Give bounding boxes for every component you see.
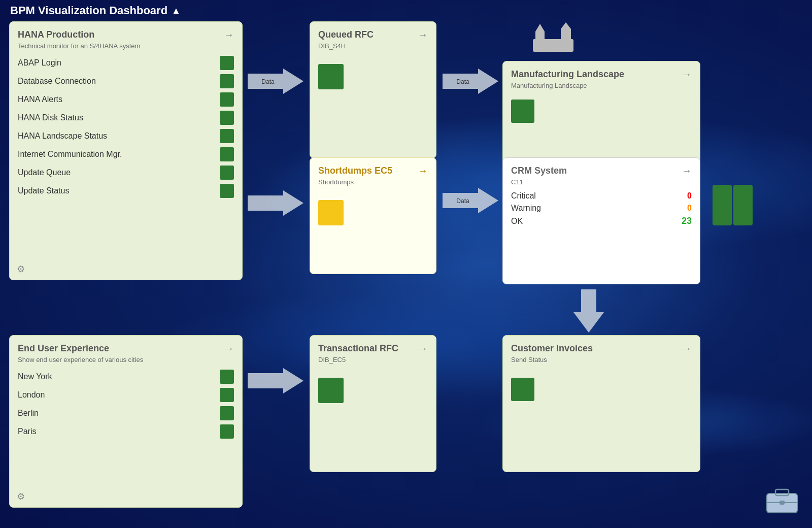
hana-item-icm: Internet Communication Mgr. bbox=[18, 145, 234, 163]
hana-item-alerts: HANA Alerts bbox=[18, 90, 234, 109]
crm-nav-arrow[interactable]: → bbox=[682, 165, 692, 177]
hana-item-update-status: Update Status bbox=[18, 182, 234, 200]
crm-ok-value: 23 bbox=[676, 216, 692, 226]
shortdumps-status bbox=[318, 200, 344, 225]
shortdumps-nav-arrow[interactable]: → bbox=[418, 165, 428, 177]
crm-box-2 bbox=[733, 185, 753, 225]
hana-nav-arrow[interactable]: → bbox=[224, 29, 234, 41]
shortdumps-subtitle: Shortdumps bbox=[318, 178, 428, 186]
end-user-item-paris: Paris bbox=[18, 422, 234, 441]
crm-title: CRM System bbox=[511, 166, 567, 176]
crm-ok-row: OK 23 bbox=[511, 214, 692, 228]
hana-landscape-status bbox=[220, 129, 234, 143]
hana-item-abap-login: ABAP Login bbox=[18, 54, 234, 72]
svg-text:Data: Data bbox=[456, 197, 469, 205]
end-user-gear-icon[interactable]: ⚙ bbox=[17, 491, 25, 502]
transactional-rfc-nav-arrow[interactable]: → bbox=[418, 343, 428, 354]
queued-rfc-title: Queued RFC bbox=[318, 29, 374, 40]
end-user-card: End User Experience → Show end user expe… bbox=[9, 335, 243, 508]
arrow-shortdumps-to-crm: Data bbox=[437, 185, 503, 216]
svg-rect-6 bbox=[535, 31, 545, 42]
crm-warning-value: 0 bbox=[676, 204, 692, 213]
end-user-title: End User Experience bbox=[18, 343, 109, 354]
hana-disk-status bbox=[220, 111, 234, 125]
svg-text:Data: Data bbox=[456, 78, 469, 85]
newyork-status bbox=[220, 370, 234, 384]
shortdumps-card: Shortdumps EC5 → Shortdumps bbox=[310, 157, 436, 274]
svg-text:Data: Data bbox=[261, 78, 275, 85]
london-status bbox=[220, 388, 234, 402]
crm-warning-row: Warning 0 bbox=[511, 202, 692, 214]
arrow-enduser-to-transactional bbox=[243, 366, 309, 396]
crm-subtitle: C11 bbox=[511, 178, 692, 186]
update-queue-status bbox=[220, 166, 234, 180]
header-collapse-arrow[interactable]: ▲ bbox=[172, 6, 181, 16]
svg-marker-7 bbox=[535, 24, 545, 31]
svg-marker-9 bbox=[561, 22, 571, 29]
hana-production-card: HANA Production → Technical monitor for … bbox=[9, 21, 243, 280]
transactional-rfc-status bbox=[318, 378, 344, 403]
manufacturing-nav-arrow[interactable]: → bbox=[682, 69, 692, 80]
hana-item-disk-status: HANA Disk Status bbox=[18, 109, 234, 127]
arrow-hana-to-queuedrfc: Data bbox=[243, 66, 309, 96]
briefcase-icon bbox=[764, 483, 800, 516]
manufacturing-status bbox=[511, 100, 534, 123]
queued-rfc-subtitle: DIB_S4H bbox=[318, 42, 428, 50]
hana-card-title: HANA Production bbox=[18, 29, 94, 40]
arrow-queuedrfc-to-manufacturing: Data bbox=[437, 66, 503, 96]
end-user-item-newyork: New York bbox=[18, 368, 234, 386]
manufacturing-factory-icon bbox=[533, 21, 573, 54]
end-user-item-london: London bbox=[18, 386, 234, 404]
queued-rfc-nav-arrow[interactable]: → bbox=[418, 29, 428, 41]
page-title: BPM Visualization Dashboard bbox=[10, 4, 167, 17]
customer-invoices-status bbox=[511, 378, 534, 401]
update-status-status bbox=[220, 184, 234, 198]
end-user-subtitle: Show end user experience of various citi… bbox=[18, 356, 234, 364]
crm-system-card: CRM System → C11 Critical 0 Warning 0 OK… bbox=[502, 157, 700, 284]
customer-invoices-card: Customer Invoices → Send Status bbox=[502, 335, 700, 472]
transactional-rfc-subtitle: DIB_EC5 bbox=[318, 356, 428, 364]
berlin-status bbox=[220, 406, 234, 420]
crm-critical-value: 0 bbox=[676, 191, 692, 201]
hana-item-landscape-status: HANA Landscape Status bbox=[18, 127, 234, 145]
queued-rfc-status bbox=[318, 64, 344, 89]
svg-marker-12 bbox=[573, 289, 604, 333]
end-user-item-berlin: Berlin bbox=[18, 404, 234, 422]
manufacturing-subtitle: Manufacturing Landscape bbox=[511, 82, 692, 89]
hana-item-update-queue: Update Queue bbox=[18, 163, 234, 182]
db-connection-status bbox=[220, 74, 234, 88]
svg-marker-13 bbox=[248, 368, 303, 393]
end-user-nav-arrow[interactable]: → bbox=[224, 343, 234, 354]
transactional-rfc-title: Transactional RFC bbox=[318, 343, 398, 354]
hana-subtitle: Technical monitor for an S/4HANA system bbox=[18, 42, 234, 50]
customer-invoices-nav-arrow[interactable]: → bbox=[682, 343, 692, 354]
svg-marker-0 bbox=[248, 69, 303, 94]
arrow-hana-to-shortdumps bbox=[243, 188, 309, 218]
abap-login-status bbox=[220, 56, 234, 70]
svg-rect-18 bbox=[780, 501, 785, 505]
queued-rfc-card: Queued RFC → DIB_S4H bbox=[310, 21, 436, 158]
icm-status bbox=[220, 147, 234, 161]
crm-box-1 bbox=[713, 185, 732, 225]
shortdumps-title: Shortdumps EC5 bbox=[318, 166, 392, 176]
svg-marker-2 bbox=[248, 190, 303, 216]
hana-item-db-connection: Database Connection bbox=[18, 72, 234, 90]
hana-alerts-status bbox=[220, 92, 234, 107]
transactional-rfc-card: Transactional RFC → DIB_EC5 bbox=[310, 335, 436, 472]
svg-rect-8 bbox=[561, 29, 571, 42]
arrow-crm-to-invoices bbox=[573, 284, 604, 335]
svg-marker-3 bbox=[443, 69, 498, 94]
crm-status-boxes bbox=[713, 185, 753, 225]
svg-marker-10 bbox=[443, 188, 498, 213]
manufacturing-title: Manufacturing Landscape bbox=[511, 69, 624, 80]
hana-gear-icon[interactable]: ⚙ bbox=[17, 263, 25, 275]
header: BPM Visualization Dashboard ▲ bbox=[10, 4, 181, 17]
crm-critical-row: Critical 0 bbox=[511, 190, 692, 202]
customer-invoices-title: Customer Invoices bbox=[511, 343, 593, 354]
customer-invoices-subtitle: Send Status bbox=[511, 356, 692, 364]
paris-status bbox=[220, 424, 234, 439]
